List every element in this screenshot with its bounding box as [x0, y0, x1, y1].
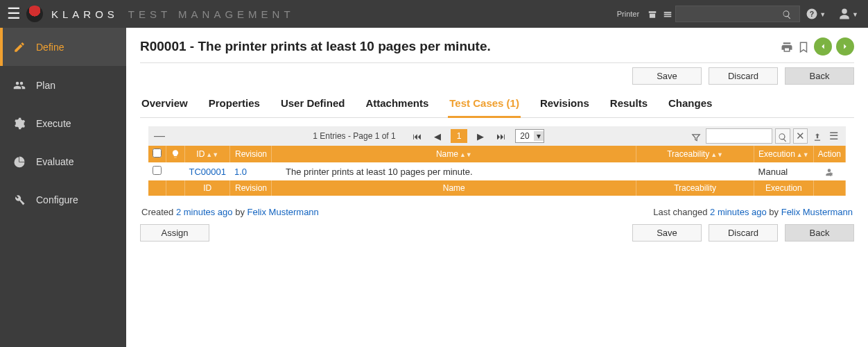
pager-summary: 1 Entries - Page 1 of 1	[313, 131, 395, 141]
sidebar-item-label: Plan	[36, 80, 55, 91]
sidebar-item-execute[interactable]: Execute	[0, 104, 126, 142]
changed-by-link[interactable]: Felix Mustermann	[781, 207, 853, 217]
col-revision[interactable]: Revision	[230, 146, 272, 162]
tab-results[interactable]: Results	[609, 93, 649, 117]
tab-test-cases[interactable]: Test Cases (1)	[448, 93, 521, 118]
tab-revisions[interactable]: Revisions	[539, 93, 591, 117]
pencil-icon	[12, 40, 26, 54]
col-traceability[interactable]: Traceability▲▼	[636, 146, 754, 162]
archive-icon[interactable]	[648, 8, 657, 19]
table-toolbar: — 1 Entries - Page 1 of 1 ⏮ ◀ 1 ▶ ⏭ 20 ▾	[148, 126, 846, 146]
select-all-checkbox[interactable]	[153, 149, 162, 158]
help-icon[interactable]: ?▼	[806, 8, 826, 20]
col-execution[interactable]: Execution▲▼	[754, 146, 814, 162]
row-checkbox[interactable]	[153, 166, 162, 175]
tabs: Overview Properties User Defined Attachm…	[140, 93, 854, 118]
back-button[interactable]: Back	[785, 67, 854, 85]
export-icon[interactable]	[810, 129, 824, 142]
menu-toggle-icon[interactable]: ☰	[7, 5, 21, 23]
tab-overview[interactable]: Overview	[140, 93, 189, 117]
search-icon[interactable]	[782, 8, 792, 19]
sidebar-item-plan[interactable]: Plan	[0, 66, 126, 104]
save-button[interactable]: Save	[632, 224, 702, 242]
testcase-execution: Manual	[754, 162, 814, 180]
user-menu-icon[interactable]: ▼	[838, 8, 858, 20]
col-action: Action	[813, 146, 845, 162]
print-icon[interactable]	[781, 39, 793, 55]
pager-last-icon[interactable]: ⏭	[494, 130, 508, 143]
created-time-link[interactable]: 2 minutes ago	[176, 207, 233, 217]
sidebar-item-label: Execute	[36, 118, 71, 129]
test-cases-table: ID▲▼ Revision Name▲▼ Traceability▲▼ Exec…	[148, 146, 846, 196]
main-content: R00001 - The printer prints at least 10 …	[126, 28, 868, 347]
col-hint-icon[interactable]	[166, 146, 185, 162]
sidebar-item-configure[interactable]: Configure	[0, 180, 126, 219]
testcase-id-link[interactable]: TC00001	[189, 167, 226, 177]
table-row: TC00001 1.0 The printer prints at least …	[148, 162, 846, 180]
discard-button[interactable]: Discard	[709, 224, 778, 242]
app-logo	[26, 6, 43, 22]
collapse-icon[interactable]: —	[154, 130, 168, 142]
list-view-icon[interactable]	[663, 8, 672, 19]
created-info: Created 2 minutes ago by Felix Musterman…	[141, 207, 319, 217]
table-filter-input[interactable]	[706, 128, 772, 144]
testcase-name: The printer prints at least 10 pages per…	[272, 162, 636, 180]
bookmark-icon[interactable]	[797, 39, 810, 55]
topbar: ☰ KLAROS TEST MANAGEMENT Printer ?▼ ▼	[0, 0, 868, 28]
nav-prev-button[interactable]	[814, 37, 832, 56]
created-by-link[interactable]: Felix Mustermann	[248, 207, 319, 217]
sidebar-item-define[interactable]: Define	[0, 28, 126, 66]
chevron-down-icon: ▾	[534, 131, 544, 141]
changed-time-link[interactable]: 2 minutes ago	[710, 207, 767, 217]
pie-chart-icon	[12, 154, 26, 169]
sidebar: Define Plan Execute Evaluate Configure	[0, 28, 126, 347]
page-size-select[interactable]: 20 ▾	[515, 129, 544, 143]
nav-next-button[interactable]	[836, 37, 854, 56]
tab-attachments[interactable]: Attachments	[364, 93, 430, 117]
search-icon[interactable]	[775, 128, 790, 143]
tab-user-defined[interactable]: User Defined	[279, 93, 347, 117]
tab-changes[interactable]: Changes	[667, 93, 713, 117]
last-changed-info: Last changed 2 minutes ago by Felix Must…	[653, 207, 853, 217]
discard-button[interactable]: Discard	[709, 67, 778, 85]
pager-prev-icon[interactable]: ◀	[431, 130, 444, 143]
pager-next-icon[interactable]: ▶	[474, 130, 487, 143]
tab-properties[interactable]: Properties	[207, 93, 261, 117]
global-search-input[interactable]	[675, 6, 800, 22]
gear-icon	[12, 116, 26, 130]
testcase-revision-link[interactable]: 1.0	[234, 167, 247, 177]
sidebar-item-label: Configure	[36, 194, 78, 205]
wrench-icon	[12, 192, 26, 207]
svg-text:?: ?	[810, 10, 814, 18]
assign-button[interactable]: Assign	[140, 224, 209, 242]
page-title: R00001 - The printer prints at least 10 …	[140, 39, 491, 54]
save-button[interactable]: Save	[632, 67, 702, 85]
col-id[interactable]: ID▲▼	[185, 146, 230, 162]
sidebar-item-label: Evaluate	[36, 156, 73, 167]
back-button[interactable]: Back	[785, 224, 854, 242]
pager-first-icon[interactable]: ⏮	[410, 130, 424, 143]
col-name[interactable]: Name▲▼	[272, 146, 636, 162]
sidebar-item-evaluate[interactable]: Evaluate	[0, 142, 126, 180]
brand-main: KLAROS	[51, 8, 119, 20]
context-label: Printer	[617, 10, 639, 18]
sidebar-item-label: Define	[36, 42, 64, 53]
brand-sub: TEST MANAGEMENT	[128, 8, 295, 20]
pager-current-page: 1	[451, 129, 468, 143]
table-menu-icon[interactable]: ☰	[827, 129, 840, 143]
users-icon	[12, 78, 26, 92]
clear-filter-icon[interactable]: ✕	[793, 128, 808, 144]
row-settings-icon[interactable]	[824, 166, 834, 176]
filter-icon[interactable]	[689, 129, 703, 142]
